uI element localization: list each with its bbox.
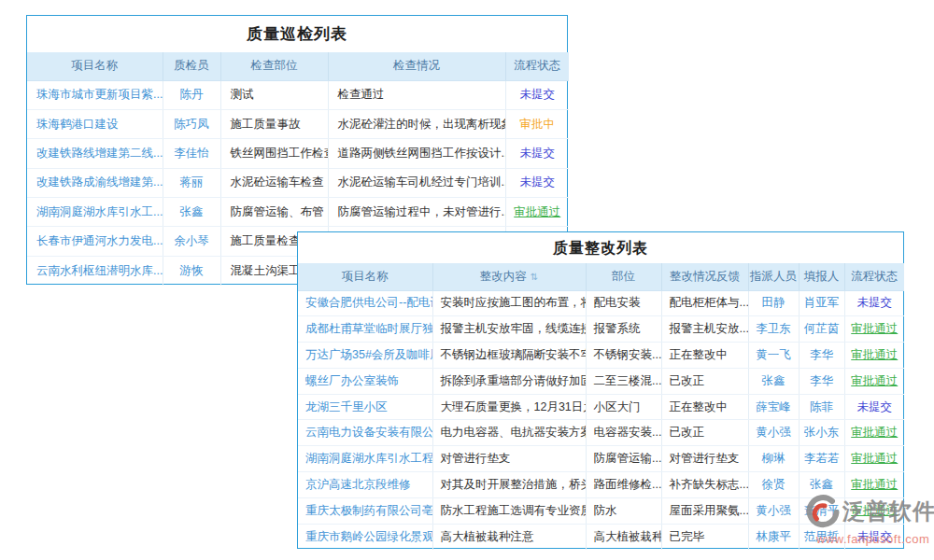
situation-text: 检查通过: [338, 88, 385, 101]
table-row: 改建铁路线增建第二线...李佳怡铁丝网围挡工作检查道路两侧铁丝网围挡工作按设计.…: [27, 139, 569, 168]
status-badge[interactable]: 未提交: [520, 147, 556, 160]
part-text: 路面维修检...: [594, 478, 662, 491]
table-row: 珠海鹤港口建设陈巧凤施工质量事故水泥砼灌注的时候，出现离析现象审批中: [27, 109, 569, 138]
sort-icon[interactable]: ⇅: [531, 272, 538, 282]
status-badge[interactable]: 审批通过: [851, 348, 898, 361]
project-link[interactable]: 珠海鹤港口建设: [36, 118, 119, 131]
project-link[interactable]: 湖南洞庭湖水库引水工...: [36, 205, 163, 218]
status-badge[interactable]: 未提交: [520, 175, 556, 189]
column-label: 填报人: [804, 270, 840, 283]
project-link[interactable]: 万达广场35#会所及咖啡厅空...: [305, 348, 432, 361]
part-text: 电容器安装...: [594, 426, 662, 439]
part-text: 水泥砼运输车检查: [231, 175, 324, 189]
reporter-link[interactable]: 何芷茵: [804, 322, 840, 335]
part-text: 二至三楼混...: [594, 374, 662, 387]
project-link[interactable]: 云南电力设备安装有限公司20...: [305, 426, 432, 439]
reporter-link[interactable]: 李华: [810, 348, 833, 361]
assignee-link[interactable]: 林康平: [756, 530, 791, 543]
table-row: 安徽合肥供电公司--配电设备...安装时应按施工图的布置，将...配电安装配电柜…: [298, 290, 904, 316]
inspector-link[interactable]: 陈巧凤: [174, 118, 209, 131]
part-text: 施工质量事故: [231, 118, 301, 131]
assignee-link[interactable]: 李卫东: [756, 322, 791, 335]
table-row: 螺丝厂办公室装饰拆除到承重墙部分请做好加固...二至三楼混...已改正张鑫李华审…: [298, 368, 904, 394]
assignee-link[interactable]: 张鑫: [762, 374, 785, 387]
inspector-link[interactable]: 李佳怡: [174, 147, 209, 160]
project-link[interactable]: 螺丝厂办公室装饰: [305, 374, 399, 387]
status-badge[interactable]: 未提交: [857, 296, 893, 309]
assignee-link[interactable]: 柳琳: [762, 452, 785, 465]
column-label: 质检员: [174, 59, 209, 72]
inspector-link[interactable]: 余小琴: [174, 234, 209, 247]
inspector-link[interactable]: 陈丹: [180, 88, 204, 101]
table-row: 改建铁路成渝线增建第...蒋丽水泥砼运输车检查水泥砼运输车司机经过专门培训...…: [27, 168, 569, 197]
status-badge[interactable]: 审批中: [520, 118, 556, 131]
assignee-link[interactable]: 黄小强: [756, 504, 791, 517]
column-header-status: 流程状态: [505, 52, 569, 80]
assignee-link[interactable]: 黄一飞: [756, 348, 791, 361]
feedback-text: 已完毕: [670, 530, 705, 543]
part-text: 混凝土沟渠工: [231, 264, 301, 277]
part-text: 报警系统: [594, 322, 641, 335]
assignee-link[interactable]: 薛宝峰: [756, 400, 791, 413]
status-badge[interactable]: 审批通过: [851, 374, 898, 387]
part-text: 施工质量检查: [231, 234, 301, 247]
table-row: 云南电力设备安装有限公司20...电力电容器、电抗器安装方案,...电容器安装.…: [298, 420, 904, 446]
column-header-content[interactable]: 整改内容⇅: [432, 263, 586, 290]
fanpu-logo-text: 泛普软件: [842, 497, 934, 526]
reporter-link[interactable]: 陈菲: [810, 400, 833, 413]
project-link[interactable]: 重庆太极制药有限公司亳州中...: [305, 504, 432, 517]
status-badge[interactable]: 审批通过: [851, 452, 898, 465]
project-link[interactable]: 安徽合肥供电公司--配电设备...: [305, 296, 432, 309]
rectification-table-title: 质量整改列表: [298, 232, 903, 263]
status-badge[interactable]: 审批通过: [851, 322, 898, 335]
reporter-link[interactable]: 张小东: [804, 426, 840, 439]
status-badge[interactable]: 审批通过: [514, 205, 560, 218]
column-label: 部位: [612, 270, 635, 283]
project-link[interactable]: 京沪高速北京段维修: [305, 478, 411, 491]
project-link[interactable]: 龙湖三千里小区: [305, 400, 388, 413]
content-text: 拆除到承重墙部分请做好加固...: [441, 374, 587, 387]
assignee-link[interactable]: 黄小强: [756, 426, 791, 439]
column-header-status: 流程状态: [844, 263, 904, 290]
project-link[interactable]: 珠海市城市更新项目紫...: [36, 88, 163, 101]
content-text: 防水工程施工选调有专业资质...: [441, 504, 587, 517]
reporter-link[interactable]: 肖亚军: [804, 296, 840, 309]
part-text: 防腐管运输、布管: [231, 205, 324, 218]
content-text: 对其及时开展整治措施，桥头...: [441, 478, 587, 491]
project-link[interactable]: 湖南洞庭湖水库引水工程施工I标: [305, 452, 432, 465]
content-text: 报警主机安放牢固，线缆连接...: [441, 322, 587, 335]
project-link[interactable]: 成都杜甫草堂临时展厅独立展...: [305, 322, 432, 335]
table-row: 万达广场35#会所及咖啡厅空...不锈钢边框玻璃隔断安装不牢...不锈钢安装..…: [298, 343, 904, 369]
table-row: 龙湖三千里小区大理石质量更换，12月31日之...小区大门正在整改中薛宝峰陈菲未…: [298, 394, 904, 420]
situation-text: 水泥砼运输车司机经过专门培训...: [338, 175, 506, 189]
feedback-text: 报警主机安放...: [670, 322, 749, 335]
column-header-part: 部位: [586, 263, 661, 290]
inspector-link[interactable]: 蒋丽: [180, 175, 204, 189]
feedback-text: 屋面采用聚氨...: [670, 504, 749, 517]
project-link[interactable]: 改建铁路线增建第二线...: [36, 147, 163, 160]
situation-text: 防腐管运输过程中，未对管进行...: [338, 205, 506, 218]
rectification-header-row: 项目名称整改内容⇅部位整改情况反馈指派人员填报人流程状态: [298, 263, 904, 290]
reporter-link[interactable]: 李若若: [804, 452, 840, 465]
status-badge[interactable]: 未提交: [520, 88, 556, 101]
project-link[interactable]: 改建铁路成渝线增建第...: [36, 175, 163, 189]
assignee-link[interactable]: 徐贤: [762, 478, 785, 491]
part-text: 配电安装: [594, 296, 641, 309]
project-link[interactable]: 长春市伊通河水力发电...: [36, 234, 163, 247]
column-label: 指派人员: [750, 270, 797, 283]
reporter-link[interactable]: 李华: [810, 374, 833, 387]
project-link[interactable]: 重庆市鹅岭公园绿化景观提升...: [305, 530, 432, 543]
project-link[interactable]: 云南水利枢纽潜明水库...: [36, 264, 163, 277]
assignee-link[interactable]: 田静: [762, 296, 785, 309]
inspector-link[interactable]: 游恢: [180, 264, 204, 277]
content-text: 安装时应按施工图的布置，将...: [441, 296, 587, 309]
table-row: 湖南洞庭湖水库引水工程施工I标对管进行垫支防腐管运输...对管进行垫支柳琳李若若…: [298, 446, 904, 472]
inspector-link[interactable]: 张鑫: [180, 205, 204, 218]
column-header-situation: 检查情况: [328, 52, 505, 80]
inspection-header-row: 项目名称质检员检查部位检查情况流程状态: [27, 52, 569, 80]
status-badge[interactable]: 审批通过: [851, 426, 898, 439]
feedback-text: 配电柜柜体与...: [670, 296, 749, 309]
part-text: 不锈钢安装...: [594, 348, 662, 361]
content-text: 高大植被栽种注意: [441, 530, 534, 543]
status-badge[interactable]: 未提交: [857, 400, 893, 413]
